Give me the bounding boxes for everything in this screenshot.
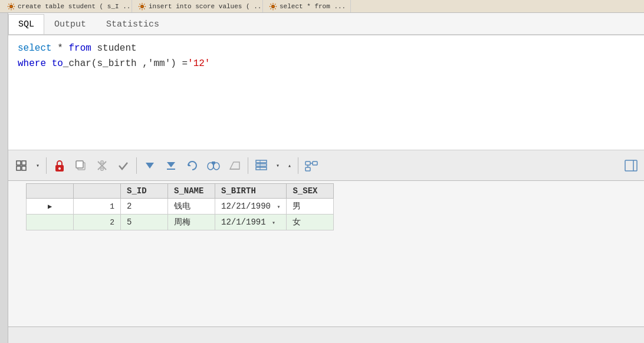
search-button[interactable] xyxy=(204,156,223,175)
svg-point-2 xyxy=(271,5,274,8)
connect-icon xyxy=(305,160,318,172)
top-tab-bar: create table student ( s_I ... insert in… xyxy=(0,0,644,13)
svg-rect-22 xyxy=(212,161,215,164)
clear-button[interactable] xyxy=(225,156,244,175)
lock-icon xyxy=(54,159,65,172)
scissors-icon xyxy=(96,160,108,172)
connect-button[interactable] xyxy=(302,156,321,175)
status-bar xyxy=(8,326,644,343)
svg-rect-30 xyxy=(313,161,317,165)
refresh-icon xyxy=(186,160,198,172)
row1-birth-dropdown[interactable]: ▾ xyxy=(277,204,280,210)
left-sidebar-bar xyxy=(0,13,8,343)
svg-rect-5 xyxy=(17,166,21,170)
row2-sbirth[interactable]: 12/1/1991 ▾ xyxy=(215,215,287,230)
tab-statistics[interactable]: Statistics xyxy=(96,14,169,34)
sep-3 xyxy=(248,157,248,174)
row1-sbirth[interactable]: 12/21/1990 ▾ xyxy=(215,199,287,215)
svg-rect-27 xyxy=(256,167,267,170)
row1-sid[interactable]: 2 xyxy=(121,199,168,215)
sql-string-value: '12' xyxy=(188,57,210,72)
panel-button[interactable] xyxy=(622,156,640,175)
svg-marker-23 xyxy=(230,162,239,169)
sql-keyword-from: from xyxy=(68,41,91,57)
col-sname-header[interactable]: S_NAME xyxy=(168,184,215,199)
table-row: ▶ 1 2 钱电 12/21/1990 ▾ 男 xyxy=(27,199,334,215)
nav-down-icon xyxy=(144,160,155,171)
grid-dropdown-arrow[interactable]: ▾ xyxy=(33,156,42,175)
svg-rect-26 xyxy=(256,164,267,166)
results-toolbar: ▾ xyxy=(8,150,644,181)
row2-sname[interactable]: 周梅 xyxy=(168,215,215,230)
top-tab-select-label: select * from ... xyxy=(280,3,346,10)
gear-icon-1 xyxy=(7,2,15,11)
gear-icon-3 xyxy=(269,2,277,11)
grid-icon xyxy=(16,160,27,171)
sep-1 xyxy=(46,157,47,174)
row2-num: 2 xyxy=(74,215,121,230)
row1-ssex[interactable]: 男 xyxy=(287,199,334,215)
svg-rect-13 xyxy=(101,168,103,170)
svg-rect-6 xyxy=(22,166,26,170)
svg-marker-18 xyxy=(188,163,191,166)
sql-keyword-select: select xyxy=(18,41,52,57)
svg-marker-16 xyxy=(167,162,175,167)
row2-ssex[interactable]: 女 xyxy=(287,215,334,230)
col-rownum-header xyxy=(74,184,121,199)
panel-icon xyxy=(625,160,638,172)
sql-line-1: select * from student xyxy=(18,41,635,57)
results-table: S_ID S_NAME S_BIRTH S_SEX ▶ 1 2 钱电 xyxy=(26,183,334,230)
top-tab-insert-label: insert into score values ( ... xyxy=(149,3,263,10)
sql-line-2: where to _char(s_birth ,'mm') = '12' xyxy=(18,57,635,72)
top-tab-select[interactable]: select * from ... xyxy=(264,0,351,12)
grid-layout-icon xyxy=(255,160,267,172)
svg-point-8 xyxy=(58,167,61,170)
tab-output[interactable]: Output xyxy=(44,14,96,34)
tab-sql[interactable]: SQL xyxy=(8,14,44,34)
sql-keyword-to: to xyxy=(52,57,63,72)
check-icon xyxy=(117,160,129,172)
top-tab-insert[interactable]: insert into score values ( ... xyxy=(133,0,263,12)
svg-point-0 xyxy=(9,5,12,8)
row2-sid[interactable]: 5 xyxy=(121,215,168,230)
svg-rect-10 xyxy=(76,161,83,168)
confirm-button[interactable] xyxy=(114,156,133,175)
sql-editor[interactable]: select * from student where to _char(s_b… xyxy=(8,35,644,150)
col-sid-header[interactable]: S_ID xyxy=(121,184,168,199)
svg-rect-4 xyxy=(22,161,26,165)
col-indicator-header xyxy=(27,184,74,199)
nav-bottom-button[interactable] xyxy=(162,156,180,175)
data-grid-area: S_ID S_NAME S_BIRTH S_SEX ▶ 1 2 钱电 xyxy=(8,181,644,326)
lock-button[interactable] xyxy=(50,156,69,175)
row1-num: 1 xyxy=(74,199,121,215)
copy-icon xyxy=(75,160,87,172)
sep-2 xyxy=(136,157,137,174)
svg-rect-3 xyxy=(17,161,21,165)
table-row: 2 5 周梅 12/1/1991 ▾ 女 xyxy=(27,215,334,230)
eraser-icon xyxy=(229,160,241,172)
row2-indicator xyxy=(27,215,74,230)
col-ssex-header[interactable]: S_SEX xyxy=(287,184,334,199)
nav-bottom-icon xyxy=(166,160,176,171)
grid-layout-dropdown[interactable]: ▾ xyxy=(273,156,282,175)
binoculars-icon xyxy=(207,160,220,171)
copy-button[interactable] xyxy=(71,156,90,175)
cut-button[interactable] xyxy=(93,156,111,175)
svg-rect-25 xyxy=(256,160,267,163)
svg-rect-29 xyxy=(305,161,310,165)
grid-layout-up[interactable]: ▴ xyxy=(285,156,294,175)
row2-birth-dropdown[interactable]: ▾ xyxy=(272,220,275,226)
top-tab-create-table[interactable]: create table student ( s_I ... xyxy=(2,0,132,12)
grid-layout-button[interactable] xyxy=(252,156,271,175)
main-tab-bar: SQL Output Statistics xyxy=(8,13,644,35)
svg-rect-34 xyxy=(625,160,637,171)
gear-icon-2 xyxy=(138,2,146,11)
row1-sname[interactable]: 钱电 xyxy=(168,199,215,215)
nav-down-button[interactable] xyxy=(140,156,159,175)
top-tab-create-label: create table student ( s_I ... xyxy=(18,3,132,10)
svg-rect-31 xyxy=(305,167,310,171)
col-sbirth-header[interactable]: S_BIRTH xyxy=(215,184,287,199)
refresh-button[interactable] xyxy=(183,156,202,175)
grid-toggle-button[interactable] xyxy=(12,156,31,175)
svg-point-1 xyxy=(140,5,143,8)
